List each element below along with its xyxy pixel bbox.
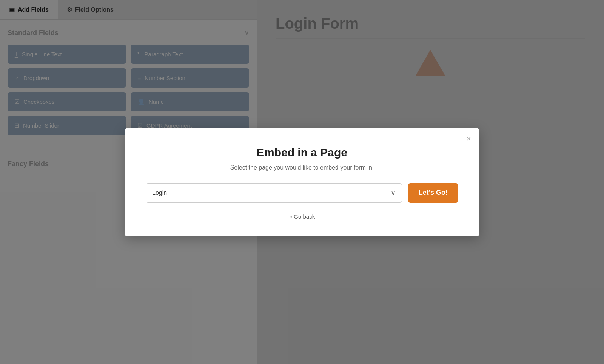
modal-action-row: Login ∨ Let's Go!	[146, 183, 458, 203]
page-select[interactable]: Login ∨	[146, 183, 402, 203]
modal-subtitle: Select the page you would like to embed …	[146, 164, 458, 171]
embed-modal: × Embed in a Page Select the page you wo…	[125, 128, 479, 236]
modal-title: Embed in a Page	[146, 146, 458, 159]
select-chevron-icon: ∨	[391, 189, 396, 197]
go-back-link[interactable]: « Go back	[146, 213, 458, 220]
modal-close-button[interactable]: ×	[466, 135, 471, 143]
page-select-wrapper: Login ∨	[146, 183, 402, 203]
lets-go-button[interactable]: Let's Go!	[408, 183, 458, 203]
modal-overlay: × Embed in a Page Select the page you wo…	[0, 0, 604, 364]
page-select-value: Login	[152, 190, 167, 196]
